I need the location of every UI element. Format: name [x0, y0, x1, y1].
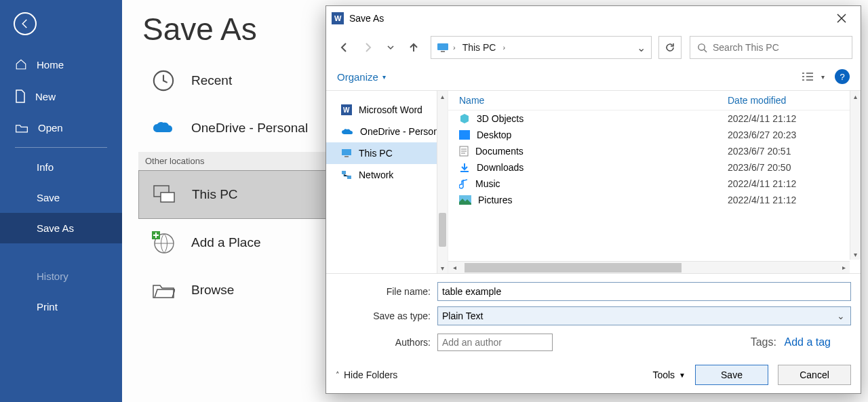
dialog-titlebar: W Save As	[326, 6, 861, 31]
filename-label: File name:	[336, 286, 431, 297]
file-name: Music	[475, 178, 500, 189]
breadcrumb-this-pc[interactable]: This PC	[460, 41, 499, 54]
cancel-button[interactable]: Cancel	[778, 365, 851, 385]
scroll-thumb[interactable]	[439, 213, 446, 247]
file-icon	[15, 89, 26, 103]
file-row[interactable]: Downloads 2023/6/7 20:50	[448, 159, 861, 176]
address-dropdown-icon[interactable]: ⌄	[637, 41, 646, 54]
location-label: Recent	[191, 73, 232, 88]
chevron-down-icon: ⌄	[835, 310, 846, 321]
add-tag-link[interactable]: Add a tag	[785, 336, 831, 348]
download-icon	[459, 162, 470, 173]
cube-icon	[459, 113, 470, 124]
address-bar[interactable]: › This PC › ⌄	[431, 36, 652, 59]
file-row[interactable]: Pictures 2022/4/11 21:12	[448, 192, 861, 208]
sidebar-item-history[interactable]: History	[0, 261, 122, 292]
sidebar-item-new[interactable]: New	[0, 80, 122, 113]
navigation-pane: W Microsoft Word OneDrive - Person This …	[326, 91, 448, 273]
hide-folders-button[interactable]: ˄ Hide Folders	[336, 369, 397, 380]
search-box[interactable]	[690, 36, 852, 59]
help-icon: ?	[840, 72, 844, 82]
dialog-footer: ˄ Hide Folders Tools ▼ Save Cancel	[326, 358, 861, 393]
refresh-icon	[665, 42, 675, 53]
search-icon	[697, 43, 707, 53]
onedrive-icon	[151, 115, 176, 141]
dialog-toolbar: Organize ▾ ▾ ?	[326, 64, 861, 91]
nav-item-network[interactable]: Network	[326, 164, 448, 186]
file-date: 2023/6/27 20:23	[728, 129, 850, 140]
back-button[interactable]	[14, 12, 37, 35]
close-icon	[837, 14, 846, 23]
close-button[interactable]	[828, 9, 855, 28]
save-button[interactable]: Save	[695, 365, 768, 385]
nav-item-word[interactable]: W Microsoft Word	[326, 99, 448, 121]
save-as-dialog: W Save As › This PC › ⌄	[326, 5, 861, 394]
filename-input[interactable]	[437, 282, 851, 301]
arrow-left-icon	[19, 18, 31, 30]
file-list-vscrollbar[interactable]: ▴ ▾	[850, 91, 861, 260]
help-button[interactable]: ?	[835, 69, 850, 84]
refresh-button[interactable]	[658, 36, 682, 59]
file-row[interactable]: 3D Objects 2022/4/11 21:12	[448, 110, 861, 127]
dialog-nav-row: › This PC › ⌄	[326, 31, 861, 64]
file-date: 2022/4/11 21:12	[728, 195, 850, 205]
column-headers[interactable]: Name Date modified	[448, 91, 861, 110]
pictures-icon	[459, 195, 471, 205]
sidebar-item-home[interactable]: Home	[0, 49, 122, 80]
sidebar-label: Open	[38, 122, 63, 134]
sidebar-label: History	[37, 270, 68, 282]
sidebar-item-save[interactable]: Save	[0, 182, 122, 213]
column-name[interactable]: Name	[459, 95, 728, 106]
home-icon	[15, 58, 27, 71]
authors-input[interactable]	[437, 334, 553, 351]
scroll-down-icon[interactable]: ▾	[850, 249, 861, 260]
file-list-hscrollbar[interactable]: ◂ ▸	[448, 261, 850, 273]
savetype-combo[interactable]: Plain Text ⌄	[437, 306, 851, 325]
svg-rect-16	[459, 130, 470, 140]
scroll-up-icon[interactable]: ▴	[850, 91, 861, 102]
scroll-up-icon[interactable]: ▴	[437, 91, 448, 102]
file-date: 2022/4/11 21:12	[728, 178, 850, 189]
nav-forward-button[interactable]	[357, 37, 378, 58]
sidebar-item-open[interactable]: Open	[0, 113, 122, 143]
nav-item-onedrive[interactable]: OneDrive - Person	[326, 121, 448, 142]
breadcrumb-separator-icon: ›	[502, 43, 505, 52]
nav-item-this-pc[interactable]: This PC	[326, 142, 448, 164]
nav-up-button[interactable]	[403, 37, 424, 58]
scroll-left-icon[interactable]: ◂	[448, 264, 460, 271]
scroll-thumb[interactable]	[465, 263, 682, 273]
sidebar-label: Info	[37, 161, 54, 173]
search-input[interactable]	[713, 42, 845, 53]
location-label: This PC	[192, 187, 238, 202]
nav-back-button[interactable]	[334, 37, 355, 58]
file-row[interactable]: Desktop 2023/6/27 20:23	[448, 127, 861, 143]
sidebar-item-print[interactable]: Print	[0, 292, 122, 322]
svg-text:W: W	[343, 106, 350, 114]
view-options-button[interactable]	[798, 67, 817, 86]
location-label: OneDrive - Personal	[191, 121, 308, 136]
chevron-down-icon	[387, 43, 395, 52]
organize-menu[interactable]: Organize ▾	[337, 71, 386, 83]
monitor-icon	[341, 148, 352, 158]
network-icon	[341, 170, 352, 180]
sidebar-label: Print	[37, 301, 58, 313]
scroll-right-icon[interactable]: ▸	[837, 264, 850, 271]
nav-pane-scrollbar[interactable]: ▴ ▾	[437, 91, 448, 273]
column-date[interactable]: Date modified	[728, 95, 850, 106]
sidebar-item-info[interactable]: Info	[0, 152, 122, 182]
desktop-icon	[459, 130, 470, 140]
file-row[interactable]: Music 2022/4/11 21:12	[448, 176, 861, 192]
tags-label: Tags:	[751, 336, 776, 348]
nav-recent-button[interactable]	[380, 37, 401, 58]
chevron-down-icon: ▼	[679, 371, 686, 379]
nav-item-label: OneDrive - Person	[360, 126, 439, 137]
file-row[interactable]: Documents 2023/6/7 20:51	[448, 143, 861, 159]
sidebar-item-save-as[interactable]: Save As	[0, 213, 122, 243]
tools-menu[interactable]: Tools ▼	[652, 369, 686, 380]
save-button-label: Save	[721, 369, 743, 380]
scroll-down-icon[interactable]: ▾	[437, 262, 448, 273]
view-dropdown-button[interactable]: ▾	[817, 67, 828, 86]
svg-rect-12	[342, 149, 351, 155]
hide-folders-label: Hide Folders	[344, 369, 397, 380]
music-icon	[459, 178, 469, 189]
